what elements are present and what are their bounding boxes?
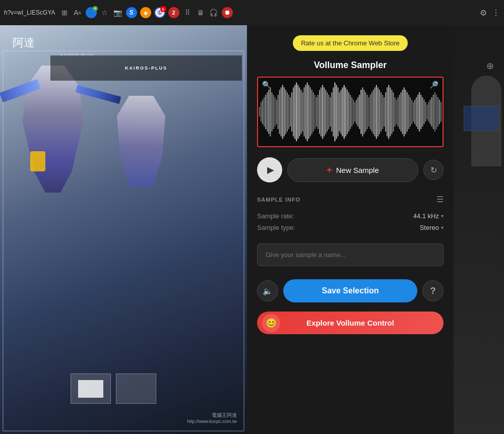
svg-rect-16 [284,87,285,136]
svg-rect-4 [265,95,266,129]
star-icon[interactable]: ☆ [100,8,110,18]
shield-icon[interactable]: ① 9 [154,7,165,18]
svg-rect-111 [430,100,431,125]
svg-rect-57 [347,90,348,134]
svg-rect-95 [405,90,406,134]
play-button[interactable]: ▶ [257,157,282,182]
svg-rect-83 [387,87,388,136]
zoom-in-icon[interactable]: 🔍 [262,81,271,89]
svg-rect-38 [318,95,319,129]
svg-rect-40 [321,87,322,136]
svg-rect-67 [362,87,363,136]
skype-icon[interactable]: S [126,7,137,18]
controls-row: ▶ + New Sample ↻ [247,153,454,187]
camera-icon[interactable]: 📷 [113,8,123,18]
list-icon[interactable]: ☰ [436,195,444,204]
user-plus-icon[interactable]: 👤+ [86,7,97,18]
svg-rect-88 [394,97,395,127]
svg-rect-19 [288,95,289,129]
sample-type-value: Stereo [420,224,439,231]
sample-type-label: Sample type: [257,224,295,231]
red-circle-2-icon[interactable]: 2 [168,7,179,18]
sample-name-input[interactable] [257,243,444,266]
screen-display [464,106,499,131]
sample-type-value-container: Stereo ▾ [420,224,444,231]
new-sample-button[interactable]: + New Sample [287,158,418,182]
svg-rect-76 [376,85,377,139]
waveform-container: 🔍 🔍 [257,77,444,147]
monitor-icon[interactable]: 🖥 [196,8,206,18]
sample-rate-dropdown-icon[interactable]: ▾ [441,213,444,219]
grid-icon[interactable]: ⊞ [59,8,70,18]
speaker-button[interactable]: 🔈 [257,280,278,301]
svg-rect-50 [336,85,337,139]
main-content: KAIROS-PLUS KAIROS-PLUS 阿達 電腦王阿達 http://… [0,25,504,434]
svg-rect-18 [287,92,288,132]
svg-rect-47 [331,92,332,132]
svg-rect-5 [267,92,268,132]
svg-rect-0 [259,107,260,116]
svg-rect-64 [357,97,358,127]
svg-rect-92 [401,92,402,132]
svg-rect-72 [370,95,371,129]
product-card-2 [116,374,156,404]
svg-rect-109 [426,104,427,119]
rate-us-banner[interactable]: Rate us at the Chrome Web Store [293,35,408,51]
svg-rect-65 [359,95,360,129]
svg-rect-48 [333,87,334,136]
save-selection-button[interactable]: Save Selection [283,279,417,302]
svg-rect-54 [342,87,343,136]
svg-rect-94 [404,87,405,136]
svg-rect-39 [319,90,320,134]
svg-rect-17 [285,90,286,134]
svg-rect-9 [273,95,274,129]
sample-rate-row: Sample rate: 44.1 kHz ▾ [257,210,444,222]
svg-rect-24 [296,83,297,142]
more-icon[interactable]: ⋮ [492,8,500,18]
svg-rect-53 [341,90,342,134]
sample-rate-value: 44.1 kHz [413,212,439,220]
svg-rect-81 [384,97,385,127]
watermark-line1: 電腦王阿達 [187,412,237,419]
text-size-icon[interactable]: AA [73,8,83,18]
svg-rect-1 [261,102,262,122]
right-bg [454,25,504,434]
svg-rect-79 [381,92,382,132]
svg-rect-96 [407,92,408,132]
svg-rect-21 [291,92,292,132]
svg-rect-66 [360,90,361,134]
svg-rect-85 [390,87,391,136]
svg-rect-2 [262,100,263,125]
svg-rect-28 [302,92,303,132]
sample-type-dropdown-icon[interactable]: ▾ [441,225,444,230]
drop-icon[interactable]: ◆ [140,7,151,18]
new-tab-icon[interactable]: ⊕ [486,60,494,72]
svg-rect-52 [339,92,340,132]
refresh-button[interactable]: ↻ [423,160,444,180]
svg-rect-22 [293,87,294,136]
product-card [71,374,111,404]
svg-rect-14 [281,87,282,136]
headphone-icon[interactable]: 🎧 [209,8,219,18]
url-bar[interactable]: h?v=wI_LIEScGYA [4,9,55,16]
svg-rect-41 [322,85,323,139]
gear-icon[interactable]: ⚙ [480,8,487,18]
help-button[interactable]: ? [422,280,444,301]
svg-rect-7 [270,87,271,136]
zoom-out-icon[interactable]: 🔍 [430,81,438,89]
svg-rect-59 [350,95,351,129]
svg-rect-93 [402,90,403,134]
svg-rect-97 [408,95,409,129]
explore-vollume-button[interactable]: 😊 Explore Vollume Control [257,312,444,334]
svg-rect-13 [279,90,280,134]
svg-rect-26 [299,87,300,136]
rate-banner-wrapper: Rate us at the Chrome Web Store [247,25,454,56]
svg-rect-42 [324,87,325,136]
svg-rect-56 [345,87,346,136]
vollume-sampler-popup: Rate us at the Chrome Web Store Vollume … [247,25,454,434]
app-grid-icon[interactable]: ⠿ [182,8,193,18]
svg-rect-11 [276,100,277,125]
svg-rect-43 [325,90,326,134]
record-icon[interactable]: ⏺ [222,7,233,18]
svg-rect-108 [425,102,426,122]
